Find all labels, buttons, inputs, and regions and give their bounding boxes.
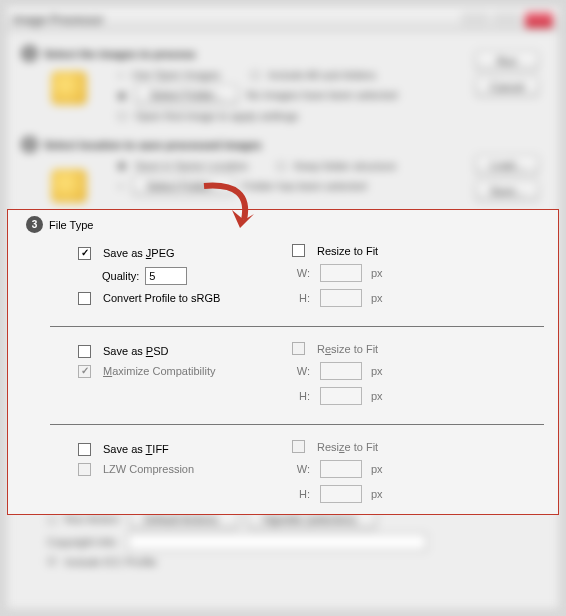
jpeg-w-unit: px <box>371 267 383 279</box>
use-open-images-radio[interactable]: Use Open Images <box>132 69 221 81</box>
jpeg-resize-label: Resize to Fit <box>317 245 378 257</box>
section-1-title: Select the images to process <box>44 48 196 60</box>
section-1: 1Select the images to process ○Use Open … <box>21 45 545 122</box>
no-images-text: No images have been selected <box>246 89 397 101</box>
maximize-compat-checkbox[interactable] <box>78 365 91 378</box>
tiff-resize-checkbox[interactable] <box>292 440 305 453</box>
convert-srgb-label: Convert Profile to sRGB <box>103 292 220 304</box>
psd-h-label: H: <box>292 390 310 402</box>
psd-w-label: W: <box>292 365 310 377</box>
save-as-tiff-label: Save as TIFF <box>103 443 169 455</box>
lzw-checkbox[interactable] <box>78 463 91 476</box>
window-title: Image Processor <box>13 13 104 27</box>
tiff-w-unit: px <box>371 463 383 475</box>
save-as-jpeg-label: Save as JPEG <box>103 247 175 259</box>
jpeg-width-input[interactable] <box>320 264 362 282</box>
save-button[interactable]: Save... <box>475 181 539 201</box>
section-3-file-type: 3 File Type Save as JPEG Quality: Conver… <box>7 209 559 515</box>
step-3-badge: 3 <box>26 216 43 233</box>
psd-width-input[interactable] <box>320 362 362 380</box>
save-as-psd-label: Save as PSD <box>103 345 168 357</box>
quality-label: Quality: <box>102 270 139 282</box>
psd-w-unit: px <box>371 365 383 377</box>
include-subfolders-checkbox[interactable]: Include All sub-folders <box>268 69 376 81</box>
jpeg-h-label: H: <box>292 292 310 304</box>
quality-input[interactable] <box>145 267 187 285</box>
maximize-compat-label: Maximize Compatibility <box>103 365 215 377</box>
minimize-button[interactable] <box>461 12 489 28</box>
copyright-label: Copyright Info: <box>47 536 119 548</box>
load-button[interactable]: Load... <box>475 155 539 175</box>
folder-icon-2 <box>51 169 87 203</box>
save-same-location-radio[interactable]: Save in Same Location <box>135 160 248 172</box>
keep-folder-structure-checkbox[interactable]: Keep folder structure <box>294 160 396 172</box>
section-3-title: File Type <box>49 219 93 231</box>
jpeg-h-unit: px <box>371 292 383 304</box>
divider <box>50 326 544 327</box>
psd-h-unit: px <box>371 390 383 402</box>
tiff-resize-label: Resize to Fit <box>317 441 378 453</box>
folder-icon <box>51 71 87 105</box>
tiff-h-label: H: <box>292 488 310 500</box>
tiff-height-input[interactable] <box>320 485 362 503</box>
divider-2 <box>50 424 544 425</box>
lzw-label: LZW Compression <box>103 463 194 475</box>
titlebar: Image Processor <box>7 7 559 33</box>
psd-resize-label: Resize to Fit <box>317 343 378 355</box>
tiff-width-input[interactable] <box>320 460 362 478</box>
save-as-jpeg-checkbox[interactable] <box>78 247 91 260</box>
callout-arrow <box>194 180 274 240</box>
jpeg-w-label: W: <box>292 267 310 279</box>
jpeg-height-input[interactable] <box>320 289 362 307</box>
cancel-button[interactable]: Cancel <box>475 77 539 97</box>
tiff-h-unit: px <box>371 488 383 500</box>
run-button[interactable]: Run <box>475 51 539 71</box>
psd-resize-checkbox[interactable] <box>292 342 305 355</box>
section-2-title: Select location to save processed images <box>44 139 262 151</box>
open-first-image-checkbox[interactable]: Open first image to apply settings <box>135 110 298 122</box>
close-button[interactable] <box>525 12 553 28</box>
section-2: 2Select location to save processed image… <box>21 136 545 196</box>
save-as-tiff-checkbox[interactable] <box>78 443 91 456</box>
jpeg-resize-checkbox[interactable] <box>292 244 305 257</box>
maximize-button[interactable] <box>493 12 521 28</box>
convert-srgb-checkbox[interactable] <box>78 292 91 305</box>
psd-height-input[interactable] <box>320 387 362 405</box>
save-as-psd-checkbox[interactable] <box>78 345 91 358</box>
select-folder-1-button[interactable]: Select Folder... <box>135 85 238 105</box>
tiff-w-label: W: <box>292 463 310 475</box>
include-icc-checkbox[interactable]: Include ICC Profile <box>65 556 157 568</box>
